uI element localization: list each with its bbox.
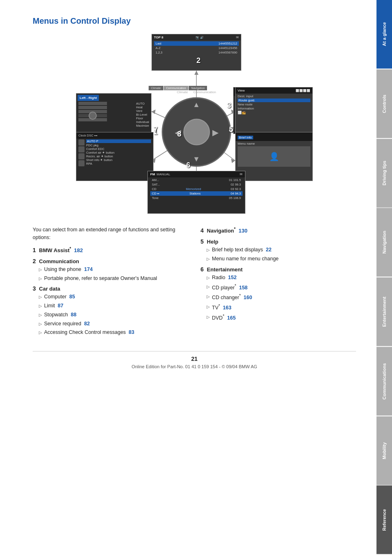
sub-item-check-control: ▷ Accessing Check Control messages 83 [39, 329, 188, 336]
sub-item-service-required: ▷ Service required 82 [39, 320, 188, 328]
content-col-right: 4 Navigation* 130 5 Help ▷ Brief help te… [200, 226, 356, 339]
sub-item-dvd: ▷ DVD* 165 [207, 313, 356, 322]
sub-item-radio: ▷ Radio 152 [207, 274, 356, 282]
footer-text: Online Edition for Part-No. 01 41 0 159 … [33, 364, 356, 369]
intro-text: You can select from an extended range of… [33, 226, 188, 242]
svg-marker-6 [194, 71, 198, 75]
screen-right: View ⬜⬜⬜⬜ Dest. input Route guid. New ro… [235, 87, 313, 136]
num-label-5: 5 [229, 125, 233, 134]
num-label-2: 2 [196, 56, 200, 65]
list-item-1: 1 BMW Assist* 182 [33, 246, 188, 255]
screen-top: TOP 8 📷 🔊 ✉ Last14445551212 A-Z144451234… [151, 34, 241, 71]
nav-tabs-bar: Climate Communication Navigation [149, 86, 207, 90]
sub-item-computer: ▷ Computer 85 [39, 293, 188, 301]
sub-item-brief-help: ▷ Brief help text displays 22 [207, 246, 356, 254]
content-col-left: You can select from an extended range of… [33, 226, 188, 339]
sub-item-phone: ▷ Using the phone 174 [39, 266, 188, 273]
screen-bottom-left: Clock DSC ▪▪▪ AUTO P PDC pkg Comfort EDC… [76, 132, 154, 181]
sidebar-tab-controls[interactable]: Controls [376, 69, 392, 138]
sidebar-tab-mobility[interactable]: Mobility [376, 416, 392, 485]
list-item-2: 2 Communication ▷ Using the phone 174 ▷ … [33, 257, 188, 282]
diagram-container: TOP 8 📷 🔊 ✉ Last14445551212 A-Z144451234… [76, 34, 313, 214]
screen-bottom-right: Brief info Menu name 👤 [235, 132, 313, 181]
sidebar-tab-entertainment[interactable]: Entertainment [376, 278, 392, 346]
list-item-6: 6 Entertainment ▷ Radio 152 ▷ CD player*… [200, 265, 356, 322]
sidebar-tab-navigation[interactable]: Navigation [376, 208, 392, 277]
sidebar-tab-driving-tips[interactable]: Driving tips [376, 139, 392, 208]
num-label-8: 8 [177, 130, 181, 139]
list-item-5: 5 Help ▷ Brief help text displays 22 ▷ M… [200, 237, 356, 263]
sub-item-tv: ▷ TV* 163 [207, 303, 356, 312]
main-content: Menus in Control Display [0, 0, 376, 385]
num-label-6: 6 [186, 161, 190, 170]
num-label-7: 7 [154, 125, 158, 134]
sidebar-tab-communications[interactable]: Communications [376, 347, 392, 416]
svg-marker-7 [151, 110, 156, 114]
sub-item-menu-name: ▷ Menu name for menu change [207, 255, 356, 263]
sub-item-limit: ▷ Limit 87 [39, 302, 188, 310]
svg-marker-10 [231, 159, 235, 163]
sub-item-cd-changer: ▷ CD changer* 160 [207, 293, 356, 302]
page-title: Menus in Control Display [33, 16, 356, 26]
sidebar-tab-reference[interactable]: Reference [376, 486, 392, 554]
content-section: You can select from an extended range of… [33, 226, 356, 339]
list-item-4: 4 Navigation* 130 [200, 226, 356, 235]
list-item-3: 3 Car data ▷ Computer 85 ▷ Limit 87 ▷ St… [33, 284, 188, 336]
sidebar-tab-at-a-glance[interactable]: At a glance [376, 0, 392, 69]
page-number: 21 [33, 356, 356, 362]
screen-bottom-center: FM MANUAL ✉ AM...01 101.5 SAT...02 99.3 … [147, 171, 245, 214]
sub-item-cd-player: ▷ CD player* 158 [207, 283, 356, 292]
idrive-controller[interactable]: ◀ ▶ ▲ ▼ Entertainment Navi Climate Commu… [162, 97, 231, 167]
page-footer: 21 Online Edition for Part-No. 01 41 0 1… [33, 351, 356, 369]
num-label-3: 3 [227, 101, 231, 110]
sub-item-stopwatch: ▷ Stopwatch 88 [39, 311, 188, 319]
sub-item-portable: ▷ Portable phone, refer to separate Owne… [39, 275, 188, 282]
diagram-wrapper: TOP 8 📷 🔊 ✉ Last14445551212 A-Z144451234… [74, 34, 315, 214]
sidebar: At a glance Controls Driving tips Naviga… [376, 0, 392, 555]
